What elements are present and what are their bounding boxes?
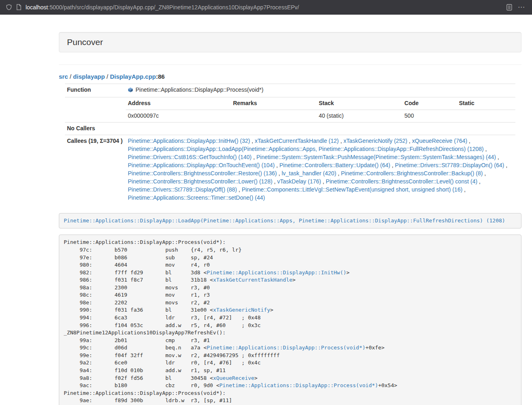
callee-link[interactable]: Pinetime::Controllers::BrightnessControl… xyxy=(128,178,272,185)
callee-link[interactable]: Pinetime::Applications::Screens::Timer::… xyxy=(128,194,265,201)
metrics-row: Address Remarks Stack Code Static 0x0000… xyxy=(65,97,515,122)
divider xyxy=(59,65,521,65)
callers-cell xyxy=(126,122,515,135)
callees-row: Callees (19, Σ=3704 ) Pinetime::Applicat… xyxy=(65,135,515,204)
callee-separator: , xyxy=(252,154,256,160)
callees-list: Pinetime::Applications::DisplayApp::Init… xyxy=(126,135,515,204)
remarks-value xyxy=(231,110,317,122)
browser-chrome: localhost:5000/path/src/displayapp/Displ… xyxy=(0,0,532,15)
static-value xyxy=(457,110,515,122)
metrics-row-spacer xyxy=(65,97,126,122)
url-path: :5000/path/src/displayapp/DisplayApp.cpp… xyxy=(48,4,299,11)
disassembly-symbol-link[interactable]: Pinetime::Applications::DisplayApp::Proc… xyxy=(220,382,378,388)
callee-separator: , xyxy=(477,178,480,185)
callee-separator: , xyxy=(321,178,326,185)
callee-link[interactable]: Pinetime::Applications::DisplayApp::OnTo… xyxy=(128,162,275,168)
callee-link[interactable]: Pinetime::Controllers::BrightnessControl… xyxy=(341,170,482,177)
callee-separator: , xyxy=(407,138,412,144)
method-icon xyxy=(128,87,133,95)
breadcrumb-separator: / xyxy=(105,73,110,80)
stack-value: 40 (static) xyxy=(317,110,402,122)
metrics-value-row: 0x0000097c 40 (static) 500 xyxy=(126,110,515,122)
function-row: Function Pinetime::Applications::Display… xyxy=(65,84,515,97)
callee-link[interactable]: Pinetime::Controllers::Battery::Update()… xyxy=(280,162,390,168)
callee-link[interactable]: xTaskGenericNotify (252) xyxy=(343,138,407,144)
callee-separator: , xyxy=(483,170,486,177)
callee-separator: , xyxy=(336,170,341,177)
callee-separator: , xyxy=(277,170,282,177)
callee-separator: , xyxy=(275,162,280,168)
callee-separator: , xyxy=(484,146,487,152)
url-host: localhost xyxy=(26,4,48,11)
callee-link[interactable]: Pinetime::Controllers::BrightnessControl… xyxy=(128,170,277,177)
metrics-table: Address Remarks Stack Code Static 0x0000… xyxy=(126,97,515,122)
callers-row: No Callers xyxy=(65,122,515,135)
callee-separator: , xyxy=(467,138,470,144)
breadcrumb: src / displayapp / DisplayApp.cpp:86 xyxy=(59,73,521,80)
callee-separator: , xyxy=(390,162,395,168)
callee-separator: , xyxy=(237,186,242,193)
address-value: 0x0000097c xyxy=(126,110,231,122)
disassembly-symbol-link[interactable]: xTaskGetCurrentTaskHandle xyxy=(213,277,293,283)
callee-separator: , xyxy=(463,186,466,193)
col-address: Address xyxy=(126,97,231,110)
callee-link[interactable]: Pinetime::Components::LittleVgl::SetNewT… xyxy=(242,186,463,193)
disassembly-code: Pinetime::Applications::DisplayApp::Proc… xyxy=(64,239,397,405)
breadcrumb-links: src / displayapp / DisplayApp.cpp xyxy=(59,73,156,80)
function-label: Function xyxy=(65,84,126,97)
callee-link[interactable]: Pinetime::Drivers::St7789::DisplayOn() (… xyxy=(395,162,504,168)
callee-link[interactable]: Pinetime::System::SystemTask::PushMessag… xyxy=(256,154,496,160)
callee-separator: , xyxy=(504,162,508,168)
callee-link[interactable]: Pinetime::Applications::DisplayApp::Load… xyxy=(128,146,484,152)
metrics-cell: Address Remarks Stack Code Static 0x0000… xyxy=(126,97,515,122)
callees-label: Callees (19, Σ=3704 ) xyxy=(65,135,126,204)
callee-link[interactable]: xTaskGetCurrentTaskHandle (12) xyxy=(255,138,339,144)
callee-link[interactable]: vTaskDelay (176) xyxy=(277,178,321,185)
col-remarks: Remarks xyxy=(231,97,317,110)
col-stack: Stack xyxy=(317,97,402,110)
page-icon[interactable] xyxy=(16,4,22,10)
callee-link[interactable]: Pinetime::Drivers::St7789::DisplayOff() … xyxy=(128,186,237,193)
disassembly-symbol-link[interactable]: Pinetime::Applications::DisplayApp::Init… xyxy=(207,269,346,276)
function-name: Pinetime::Applications::DisplayApp::Proc… xyxy=(136,86,263,93)
callee-separator: , xyxy=(339,138,344,144)
breadcrumb-link[interactable]: displayapp xyxy=(73,73,105,80)
breadcrumb-separator: / xyxy=(68,73,73,80)
breadcrumb-link[interactable]: src xyxy=(59,73,68,80)
callee-link[interactable]: xQueueReceive (764) xyxy=(412,138,467,144)
disassembly-block: Pinetime::Applications::DisplayApp::Proc… xyxy=(59,235,521,405)
breadcrumb-line-number: :86 xyxy=(156,73,165,80)
app-title: Puncover xyxy=(67,37,103,47)
no-callers-label: No Callers xyxy=(65,122,126,135)
code-value: 500 xyxy=(403,110,457,122)
disassembly-symbol-link[interactable]: Pinetime::Applications::DisplayApp::Proc… xyxy=(207,345,365,351)
page-container: Puncover src / displayapp / DisplayApp.c… xyxy=(59,15,521,405)
reader-view-icon[interactable] xyxy=(506,4,512,11)
tracking-protection-shield-icon[interactable] xyxy=(6,4,12,11)
callee-link[interactable]: Pinetime::Drivers::Cst816S::GetTouchInfo… xyxy=(128,154,252,160)
symbol-link-box: Pinetime::Applications::DisplayApp::Load… xyxy=(59,213,521,229)
overflow-menu-icon[interactable]: ⋯ xyxy=(516,4,526,11)
function-name-cell: Pinetime::Applications::DisplayApp::Proc… xyxy=(126,84,515,97)
col-code: Code xyxy=(403,97,457,110)
app-title-panel: Puncover xyxy=(59,32,521,52)
symbol-table: Function Pinetime::Applications::Display… xyxy=(65,84,515,204)
callee-separator: , xyxy=(496,154,499,160)
col-static: Static xyxy=(457,97,515,110)
breadcrumb-link[interactable]: DisplayApp.cpp xyxy=(110,73,156,80)
callee-link[interactable]: Pinetime::Applications::DisplayApp::Init… xyxy=(128,138,250,144)
callee-link[interactable]: lv_task_handler (420) xyxy=(282,170,336,177)
symbol-link[interactable]: Pinetime::Applications::DisplayApp::Load… xyxy=(64,218,505,224)
callee-separator: , xyxy=(272,178,277,185)
metrics-header-row: Address Remarks Stack Code Static xyxy=(126,97,515,110)
disassembly-symbol-link[interactable]: xQueueReceive xyxy=(213,375,254,381)
callee-link[interactable]: Pinetime::Controllers::BrightnessControl… xyxy=(326,178,477,185)
callee-separator: , xyxy=(250,138,255,144)
disassembly-symbol-link[interactable]: xTaskGenericNotify xyxy=(213,307,270,313)
url-bar[interactable]: localhost:5000/path/src/displayapp/Displ… xyxy=(26,4,299,11)
